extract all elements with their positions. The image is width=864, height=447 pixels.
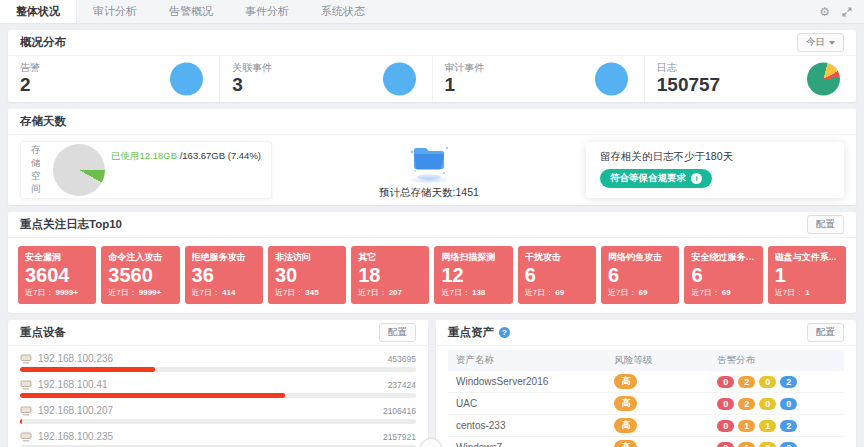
device-bar-track	[20, 367, 416, 372]
device-count: 2157921	[383, 432, 416, 442]
tab-event-analysis[interactable]: 事件分析	[229, 0, 305, 23]
asset-row-0[interactable]: WindowsServer2016 高 0202	[448, 371, 844, 393]
storage-header: 存储天数	[8, 109, 856, 135]
log-card-name: 命令注入攻击	[108, 251, 172, 264]
time-range-select[interactable]: 今日	[797, 33, 844, 52]
storage-total-text: /163.67GB (7.44%)	[180, 150, 261, 161]
device-bar-track	[20, 393, 416, 398]
log-card-name: 非法访问	[275, 251, 339, 264]
top-logs-config-button[interactable]: 配置	[807, 215, 844, 234]
compliance-label: 符合等保合规要求	[610, 172, 686, 185]
log-card-4[interactable]: 其它 18 近7日：207	[351, 246, 429, 304]
storage-space-label: 存储空间	[31, 144, 45, 196]
recent-value: 1	[805, 288, 809, 297]
log-card-7[interactable]: 网络钓鱼攻击 6 近7日：69	[601, 246, 679, 304]
alert-badge-medium: 0	[759, 442, 776, 447]
tab-overall-status[interactable]: 整体状况	[0, 0, 77, 23]
overview-title: 概况分布	[20, 35, 66, 50]
asset-row-3[interactable]: Windows7 高 0102	[448, 437, 844, 447]
device-row-2[interactable]: 192.168.100.207 2106416	[20, 401, 416, 427]
alerts-circle-chart	[170, 63, 203, 96]
recent-label: 近7日：	[108, 288, 136, 297]
recent-value: 9999+	[55, 288, 77, 297]
assets-title: 重点资产	[448, 325, 494, 340]
folder-shadow	[407, 176, 451, 184]
recent-value: 69	[555, 288, 564, 297]
device-ip: 192.168.100.41	[38, 379, 108, 390]
log-card-value: 18	[358, 264, 422, 287]
bottom-row: 重点设备 配置 192.168.100.236 453695 192.168.1…	[8, 320, 856, 447]
recent-value: 69	[722, 288, 731, 297]
device-row-1[interactable]: 192.168.100.41 237424	[20, 375, 416, 401]
alert-badge-critical: 0	[717, 420, 734, 432]
log-card-name: 安全绕过服务攻击	[691, 251, 755, 264]
device-count: 2106416	[383, 406, 416, 416]
log-card-9[interactable]: 磁盘与文件系... 1 近7日：1	[768, 246, 846, 304]
assets-table: 资产名称 风险等级 告警分布 WindowsServer2016 高 0202	[448, 350, 844, 447]
device-row-0[interactable]: 192.168.100.236 453695	[20, 349, 416, 375]
folder-icon	[406, 140, 452, 182]
alert-badge-high: 1	[738, 442, 755, 447]
info-icon: i	[691, 173, 702, 184]
log-card-6[interactable]: 干扰攻击 6 近7日：69	[518, 246, 596, 304]
recent-label: 近7日：	[275, 288, 303, 297]
recent-label: 近7日：	[691, 288, 719, 297]
storage-title: 存储天数	[20, 114, 66, 129]
devices-title: 重点设备	[20, 325, 66, 340]
top-logs-section: 重点关注日志Top10 配置 安全漏洞 3604 近7日：9999+ 命令注入攻…	[8, 212, 856, 313]
alert-badge-medium: 1	[759, 420, 776, 432]
audit-circle-chart	[595, 63, 628, 96]
assets-config-button[interactable]: 配置	[807, 323, 844, 342]
asset-row-1[interactable]: UAC 高 0200	[448, 393, 844, 415]
storage-section: 存储天数 存储空间 已使用12.18GB /163.67GB (7.44%)	[8, 109, 856, 205]
log-card-0[interactable]: 安全漏洞 3604 近7日：9999+	[18, 246, 96, 304]
storage-usage-text: 已使用12.18GB /163.67GB (7.44%)	[111, 150, 261, 163]
recent-value: 345	[305, 288, 318, 297]
asset-name: centos-233	[448, 415, 606, 437]
log-card-5[interactable]: 网络扫描探测 12 近7日：138	[434, 246, 512, 304]
log-card-value: 36	[192, 264, 256, 287]
device-bar-track	[20, 419, 416, 424]
log-card-8[interactable]: 安全绕过服务攻击 6 近7日：69	[684, 246, 762, 304]
log-card-value: 3604	[25, 264, 89, 287]
alert-badge-high: 2	[738, 376, 755, 388]
overview-section: 概况分布 今日 告警 2 关联事件 3 审计事件 1	[8, 30, 856, 102]
alert-badge-high: 2	[738, 398, 755, 410]
storage-days-text: 预计总存储天数:1451	[379, 186, 479, 200]
top-logs-grid: 安全漏洞 3604 近7日：9999+ 命令注入攻击 3560 近7日：9999…	[8, 238, 856, 313]
device-row-3[interactable]: 192.168.100.235 2157921	[20, 427, 416, 447]
compliance-button[interactable]: 符合等保合规要求 i	[600, 169, 712, 188]
help-icon[interactable]: ?	[499, 327, 510, 338]
log-card-name: 磁盘与文件系...	[775, 251, 839, 264]
recent-label: 近7日：	[25, 288, 53, 297]
devices-config-button[interactable]: 配置	[379, 323, 416, 342]
stat-alerts: 告警 2	[8, 56, 220, 102]
gear-icon[interactable]: ⚙	[819, 6, 830, 18]
recent-label: 近7日：	[358, 288, 386, 297]
expand-icon[interactable]	[842, 7, 852, 17]
assets-header: 重点资产 ? 配置	[436, 320, 856, 346]
log-card-1[interactable]: 命令注入攻击 3560 近7日：9999+	[101, 246, 179, 304]
risk-badge: 高	[614, 396, 637, 411]
devices-header: 重点设备 配置	[8, 320, 428, 346]
tab-alert-overview[interactable]: 告警概况	[153, 0, 229, 23]
asset-name: WindowsServer2016	[448, 371, 606, 393]
tab-audit-analysis[interactable]: 审计分析	[77, 0, 153, 23]
log-card-value: 6	[691, 264, 755, 287]
asset-row-2[interactable]: centos-233 高 0112	[448, 415, 844, 437]
log-pie-chart	[807, 63, 840, 96]
computer-icon	[20, 380, 32, 390]
device-ip: 192.168.100.235	[38, 431, 113, 442]
log-card-2[interactable]: 拒绝服务攻击 36 近7日：414	[185, 246, 263, 304]
log-card-3[interactable]: 非法访问 30 近7日：345	[268, 246, 346, 304]
alert-badge-low: 0	[780, 398, 797, 410]
risk-badge: 高	[614, 418, 637, 433]
storage-used-text: 已使用12.18GB	[111, 150, 177, 161]
log-card-value: 6	[608, 264, 672, 287]
tab-bar: 整体状况 审计分析 告警概况 事件分析 系统状态 ⚙	[0, 0, 864, 24]
device-bar-fill	[20, 393, 285, 398]
events-circle-chart	[383, 63, 416, 96]
tab-system-status[interactable]: 系统状态	[305, 0, 381, 23]
alert-badge-medium: 0	[759, 376, 776, 388]
recent-value: 69	[639, 288, 648, 297]
